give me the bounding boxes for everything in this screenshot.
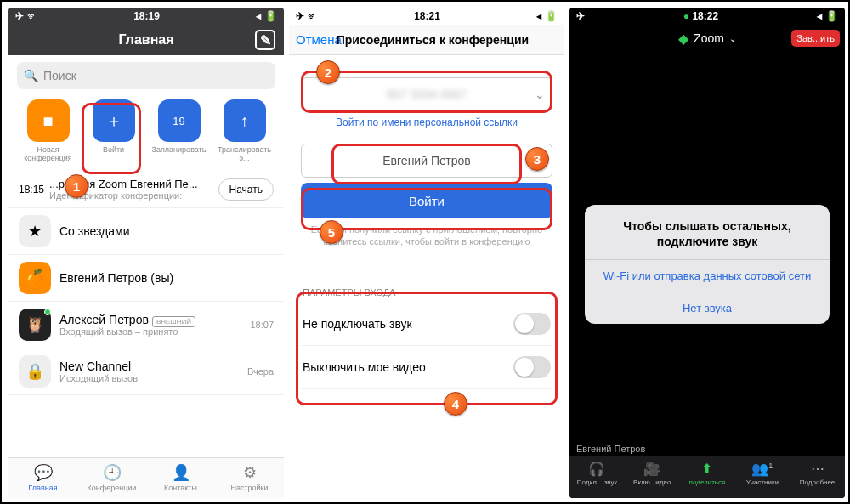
calendar-icon: 19 xyxy=(158,99,201,142)
phone-home: ✈︎ᯤ 18:19 ◂🔋 Главная ✎ 🔍 Поиск ■Новая ко… xyxy=(8,8,284,498)
wifi-icon: ᯤ xyxy=(27,10,37,22)
header: Главная ✎ xyxy=(8,25,284,55)
section-header: ПАРАМЕТРЫ ВХОДА xyxy=(301,282,552,303)
list-item[interactable]: 🔒 New ChannelИсходящий вызов Вчера xyxy=(8,348,284,395)
tab-1[interactable]: 🕘Конференции xyxy=(77,458,146,498)
bottom-bar: 🎧Подкл... звук🎥Вклю...идео⬆поделиться👥1У… xyxy=(570,456,845,498)
header: ◆ Zoom ⌄ Зав...ить xyxy=(570,25,845,52)
airplane-icon: ✈︎ xyxy=(15,10,24,22)
phone-join: ✈︎ᯤ 18:21 ◂🔋 Отмена Присоединиться к кон… xyxy=(289,8,564,498)
status-bar: ✈︎ᯤ 18:21 ◂🔋 xyxy=(289,8,564,25)
plus-icon: ＋ xyxy=(93,99,135,142)
participant-name: Евгений Петров xyxy=(576,444,645,454)
avatar: 🔒 xyxy=(19,355,51,388)
tab-icon: 🕘 xyxy=(77,463,146,482)
meeting-id-input[interactable]: 857 3294 4967 ⌄ xyxy=(301,77,552,111)
share-screen-button[interactable]: ↑Транслировать э... xyxy=(212,99,277,162)
new-meeting-button[interactable]: ■Новая конференция xyxy=(15,99,81,162)
tab-icon: ⚙ xyxy=(215,463,284,482)
step-badge-5: 5 xyxy=(320,220,343,244)
tab-icon: 👤 xyxy=(146,463,215,482)
airplane-icon: ✈︎ xyxy=(296,10,304,22)
switch-icon[interactable] xyxy=(513,313,551,335)
bar-item-2[interactable]: ⬆поделиться xyxy=(680,456,735,498)
compose-icon[interactable]: ✎ xyxy=(255,30,275,50)
bar-item-1[interactable]: 🎥Вклю...идео xyxy=(625,456,680,498)
location-icon: ◂ xyxy=(256,10,261,22)
step-badge-3: 3 xyxy=(525,147,549,171)
app-title[interactable]: Zoom xyxy=(694,31,724,45)
call-body: Чтобы слышать остальных, подключите звук… xyxy=(570,52,845,443)
bar-icon: 🎧 xyxy=(570,461,625,477)
page-title: Присоединиться к конференции xyxy=(308,33,558,47)
meeting-time: 18:15 xyxy=(19,184,49,195)
search-input[interactable]: 🔍 Поиск xyxy=(17,62,275,89)
join-button[interactable]: ＋Войти xyxy=(81,99,146,162)
tab-bar: 💬Главная🕘Конференции👤Контакты⚙Настройки xyxy=(8,457,284,498)
bar-icon: ⬆ xyxy=(680,461,735,477)
tab-3[interactable]: ⚙Настройки xyxy=(215,458,284,498)
status-time: 18:22 xyxy=(692,10,718,22)
list-item[interactable]: ★ Со звездами xyxy=(8,208,284,255)
quick-actions: ■Новая конференция ＋Войти 19Запланироват… xyxy=(8,96,284,171)
tab-0[interactable]: 💬Главная xyxy=(8,458,77,498)
bar-icon: ⋯ xyxy=(790,461,845,477)
bar-icon: 👥1 xyxy=(734,461,790,477)
location-icon: ◂ xyxy=(536,10,541,22)
status-time: 18:19 xyxy=(133,10,160,22)
battery-icon: 🔋 xyxy=(545,10,558,22)
dialog-opt-wifi[interactable]: Wi-Fi или отправка данных сотовой сети xyxy=(585,259,830,292)
avatar: ★ xyxy=(19,215,51,247)
personal-link[interactable]: Войти по имени персональной ссылки xyxy=(301,116,552,128)
status-bar: ✈︎ᯤ 18:19 ◂🔋 xyxy=(8,8,284,25)
list-item[interactable]: 🍊 Евгений Петров (вы) xyxy=(8,255,284,302)
status-time: 18:21 xyxy=(414,10,440,22)
schedule-button[interactable]: 19Запланировать xyxy=(146,99,212,162)
location-icon: ◂ xyxy=(817,10,822,22)
switch-icon[interactable] xyxy=(513,356,551,378)
search-placeholder: Поиск xyxy=(43,69,76,82)
start-button[interactable]: Начать xyxy=(218,178,275,201)
bar-item-0[interactable]: 🎧Подкл... звук xyxy=(570,456,625,498)
battery-icon: 🔋 xyxy=(264,10,277,22)
bar-item-3[interactable]: 👥1Участники xyxy=(734,456,790,498)
battery-icon: 🔋 xyxy=(825,10,838,22)
status-bar: ✈︎ ● 18:22 ◂🔋 xyxy=(570,8,845,25)
dialog-message: Чтобы слышать остальных, подключите звук xyxy=(585,205,830,259)
airplane-icon: ✈︎ xyxy=(576,10,585,22)
toggle-video[interactable]: Выключить мое видео xyxy=(301,346,552,389)
end-call-button[interactable]: Зав...ить xyxy=(791,30,840,47)
bar-item-4[interactable]: ⋯Подробнее xyxy=(790,456,845,498)
toggle-audio[interactable]: Не подключать звук xyxy=(301,303,552,346)
name-input[interactable]: Евгений Петров xyxy=(301,144,552,178)
page-title: Главная xyxy=(118,32,173,48)
header: Отмена Присоединиться к конференции xyxy=(289,25,564,55)
phone-call: ✈︎ ● 18:22 ◂🔋 ◆ Zoom ⌄ Зав...ить Чтобы с… xyxy=(570,8,845,498)
bar-icon: 🎥 xyxy=(625,461,680,477)
chevron-down-icon[interactable]: ⌄ xyxy=(535,88,545,101)
wifi-icon: ᯤ xyxy=(308,10,318,22)
audio-dialog: Чтобы слышать остальных, подключите звук… xyxy=(585,205,830,324)
step-badge-4: 4 xyxy=(444,392,468,416)
dialog-opt-none[interactable]: Нет звука xyxy=(585,292,830,324)
avatar: 🦉 xyxy=(19,309,51,341)
step-badge-1: 1 xyxy=(65,174,88,198)
list-item[interactable]: 🦉 Алексей ПетровВНЕШНИЙВходящий вызов – … xyxy=(8,302,284,348)
shield-icon[interactable]: ◆ xyxy=(678,31,688,47)
chevron-down-icon[interactable]: ⌄ xyxy=(729,34,736,43)
meeting-row[interactable]: 18:15 ...ренция Zoom Евгений Пе... Идент… xyxy=(8,171,284,208)
camera-icon: ■ xyxy=(27,99,70,142)
step-badge-2: 2 xyxy=(316,60,340,84)
tab-icon: 💬 xyxy=(8,463,77,482)
search-icon: 🔍 xyxy=(24,69,38,82)
avatar: 🍊 xyxy=(19,262,51,294)
upload-icon: ↑ xyxy=(224,99,266,142)
tab-2[interactable]: 👤Контакты xyxy=(146,458,215,498)
join-meeting-button[interactable]: Войти xyxy=(301,183,552,218)
